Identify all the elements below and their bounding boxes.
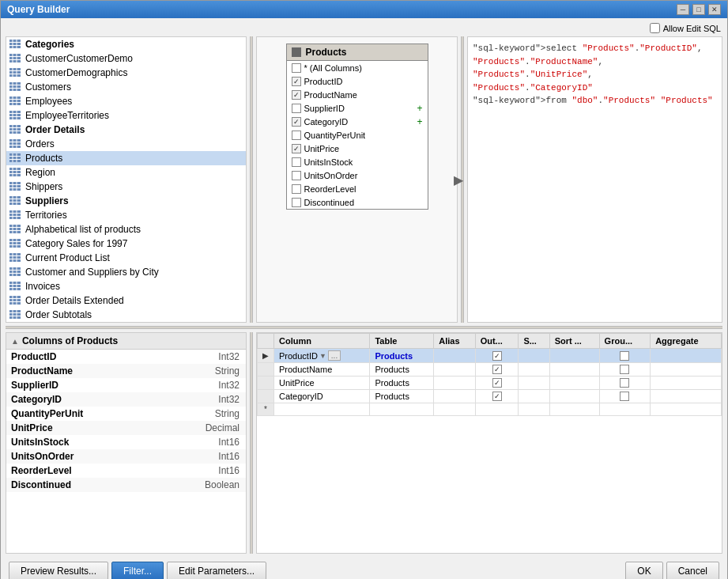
grid-cell-output[interactable]	[475, 377, 519, 390]
column-checkbox[interactable]	[292, 144, 301, 153]
product-column-item[interactable]: QuantityPerUnit	[287, 128, 428, 142]
preview-results-button[interactable]: Preview Results...	[9, 562, 108, 579]
column-checkbox[interactable]	[292, 90, 301, 100]
column-checkbox[interactable]	[292, 63, 301, 73]
products-scroll[interactable]: Products * (All Columns)ProductIDProduct…	[257, 37, 457, 322]
product-column-item[interactable]: ProductName	[287, 88, 428, 101]
grid-data-row[interactable]: UnitPriceProducts	[258, 377, 722, 390]
dropdown-arrow-icon[interactable]: ▼	[319, 352, 326, 360]
edit-parameters-button[interactable]: Edit Parameters...	[167, 562, 266, 579]
vertical-divider-3[interactable]	[250, 332, 253, 554]
column-checkbox[interactable]	[292, 131, 301, 140]
cancel-button[interactable]: Cancel	[666, 562, 719, 579]
columns-table[interactable]: ProductIDInt32ProductNameStringSupplierI…	[6, 350, 246, 553]
column-checkbox[interactable]	[292, 117, 301, 127]
expand-arrow[interactable]: ▶	[454, 172, 463, 187]
allow-edit-sql-checkbox[interactable]	[650, 23, 660, 33]
table-list-item[interactable]: Orders	[6, 137, 246, 151]
table-list-scroll[interactable]: CategoriesCustomerCustomerDemoCustomerDe…	[6, 37, 246, 322]
svg-rect-23	[9, 85, 21, 88]
table-list-item[interactable]: Order Details Extended	[6, 293, 246, 308]
group-checkbox[interactable]	[620, 392, 629, 401]
table-list-item[interactable]: Current Product List	[6, 251, 246, 265]
product-column-item[interactable]: UnitsInStock	[287, 155, 428, 168]
product-column-item[interactable]: UnitPrice	[287, 142, 428, 155]
column-checkbox[interactable]	[292, 184, 301, 194]
table-list-item[interactable]: Products	[6, 151, 246, 165]
minimize-button[interactable]: ─	[677, 4, 689, 15]
maximize-button[interactable]: □	[692, 4, 705, 15]
product-column-item[interactable]: * (All Columns)	[287, 61, 428, 74]
grid-cell-output[interactable]	[475, 349, 519, 363]
join-plus-icon[interactable]: +	[417, 103, 422, 114]
ok-button[interactable]: OK	[625, 562, 662, 579]
dots-button[interactable]: ...	[328, 350, 341, 361]
column-checkbox[interactable]	[292, 171, 301, 180]
column-property-row[interactable]: UnitsInStockInt16	[6, 435, 246, 449]
product-column-item[interactable]: UnitsOnOrder	[287, 168, 428, 182]
table-list-item[interactable]: Employees	[6, 94, 246, 108]
allow-edit-sql-label[interactable]: Allow Edit SQL	[650, 23, 721, 33]
close-button[interactable]: ✕	[708, 4, 721, 15]
output-checkbox[interactable]	[492, 365, 502, 374]
product-column-item[interactable]: ProductID	[287, 74, 428, 88]
output-checkbox[interactable]	[492, 351, 502, 361]
filter-button[interactable]: Filter...	[111, 562, 164, 579]
grid-cell-group-td[interactable]	[599, 363, 651, 377]
table-list-item[interactable]: Territories	[6, 208, 246, 222]
grid-cell-group-td[interactable]	[599, 390, 651, 403]
table-list-item[interactable]: Order Subtotals	[6, 308, 246, 322]
table-list-item[interactable]: EmployeeTerritories	[6, 108, 246, 123]
table-list-item[interactable]: Invoices	[6, 279, 246, 293]
column-property-row[interactable]: QuantityPerUnitString	[6, 407, 246, 421]
vertical-divider-1[interactable]	[250, 36, 253, 323]
column-property-row[interactable]: SupplierIDInt32	[6, 378, 246, 392]
join-plus-icon[interactable]: +	[417, 116, 422, 127]
group-checkbox[interactable]	[620, 378, 629, 388]
output-checkbox[interactable]	[492, 378, 502, 388]
column-name: QuantityPerUnit	[304, 131, 366, 140]
product-column-item[interactable]: CategoryID+	[287, 115, 428, 128]
grid-cell-group-td[interactable]	[599, 377, 651, 390]
grid-cell-output[interactable]	[475, 390, 519, 403]
product-column-item[interactable]: Discontinued	[287, 195, 428, 209]
table-list-item[interactable]: Customer and Suppliers by City	[6, 265, 246, 279]
column-checkbox[interactable]	[292, 104, 301, 113]
table-list-item[interactable]: CustomerCustomerDemo	[6, 51, 246, 66]
collapse-icon[interactable]: ▲	[11, 337, 19, 346]
column-property-row[interactable]: UnitPriceDecimal	[6, 421, 246, 435]
grid-cell-output[interactable]	[475, 363, 519, 377]
column-property-row[interactable]: ReorderLevelInt16	[6, 464, 246, 478]
output-checkbox[interactable]	[492, 392, 502, 401]
column-property-row[interactable]: CategoryIDInt32	[6, 392, 246, 407]
table-list-item[interactable]: CustomerDemographics	[6, 66, 246, 80]
column-checkbox[interactable]	[292, 77, 301, 86]
grid-data-row[interactable]: CategoryIDProducts	[258, 390, 722, 403]
column-checkbox[interactable]	[292, 157, 301, 167]
table-list-item[interactable]: Alphabetical list of products	[6, 222, 246, 237]
grid-new-row[interactable]: *	[258, 403, 722, 416]
grid-scroll[interactable]: ColumnTableAliasOut...S...Sort ...Grou..…	[257, 333, 722, 553]
group-checkbox[interactable]	[620, 365, 629, 374]
table-list-item[interactable]: Category Sales for 1997	[6, 237, 246, 251]
table-list-item[interactable]: Customers	[6, 80, 246, 94]
column-checkbox[interactable]	[292, 198, 301, 207]
table-list-item[interactable]: Shippers	[6, 180, 246, 194]
product-column-item[interactable]: SupplierID+	[287, 101, 428, 115]
svg-rect-81	[9, 202, 21, 205]
grid-data-row[interactable]: ProductNameProducts	[258, 363, 722, 377]
product-column-item[interactable]: ReorderLevel	[287, 182, 428, 195]
grid-cell-group-td[interactable]	[599, 349, 651, 363]
group-checkbox[interactable]	[620, 351, 629, 361]
table-list-item[interactable]: Region	[6, 165, 246, 180]
column-property-row[interactable]: UnitsOnOrderInt16	[6, 449, 246, 464]
table-list-item[interactable]: Suppliers	[6, 194, 246, 208]
horizontal-divider[interactable]	[6, 326, 722, 329]
grid-data-row[interactable]: ▶ProductID▼...Products	[258, 349, 722, 363]
column-property-row[interactable]: ProductNameString	[6, 364, 246, 378]
table-list-item[interactable]: Order Details	[6, 123, 246, 137]
table-list-item[interactable]: Categories	[6, 37, 246, 51]
column-property-row[interactable]: DiscontinuedBoolean	[6, 478, 246, 492]
svg-rect-109	[9, 259, 21, 262]
column-property-row[interactable]: ProductIDInt32	[6, 350, 246, 364]
